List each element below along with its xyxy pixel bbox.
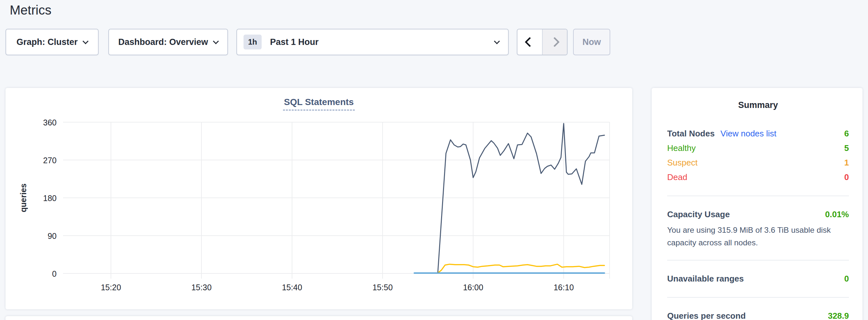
chevron-down-icon — [494, 38, 500, 44]
svg-text:15:30: 15:30 — [191, 283, 212, 292]
svg-text:270: 270 — [43, 156, 57, 165]
svg-text:90: 90 — [48, 231, 57, 241]
time-range-badge: 1h — [244, 35, 261, 50]
next-time-button[interactable] — [542, 29, 567, 55]
healthy-label: Healthy — [667, 141, 695, 156]
chevron-right-icon — [550, 37, 560, 47]
now-button[interactable]: Now — [573, 29, 610, 55]
total-nodes-value: 6 — [844, 126, 849, 141]
time-range-dropdown[interactable]: 1h Past 1 Hour — [237, 29, 509, 55]
total-nodes-label: Total Nodes — [667, 129, 715, 138]
unavailable-ranges-label: Unavailable ranges — [667, 271, 744, 286]
sql-statements-chart[interactable]: 09018027036015:2015:3015:4015:5016:0016:… — [5, 88, 632, 309]
qps-label: Queries per second — [667, 309, 746, 320]
svg-text:16:00: 16:00 — [463, 283, 484, 292]
healthy-value: 5 — [844, 141, 849, 156]
total-nodes-row: Total NodesView nodes list 6 — [667, 126, 849, 141]
dashboard-dropdown[interactable]: Dashboard: Overview — [108, 29, 228, 55]
prev-time-button[interactable] — [518, 29, 542, 55]
suspect-nodes-row: Suspect 1 — [667, 156, 849, 170]
next-chart-card — [5, 316, 632, 320]
sql-statements-card: SQL Statements 09018027036015:2015:3015:… — [5, 88, 632, 309]
graph-scope-dropdown[interactable]: Graph: Cluster — [5, 29, 99, 55]
qps-section: Queries per second 328.9 Sum of Selects,… — [667, 309, 849, 320]
healthy-nodes-row: Healthy 5 — [667, 141, 849, 156]
svg-text:15:20: 15:20 — [101, 283, 121, 292]
capacity-section: Capacity Usage 0.01% You are using 315.9… — [667, 207, 849, 249]
capacity-value: 0.01% — [825, 207, 849, 222]
chevron-down-icon — [83, 38, 88, 44]
time-pager — [517, 29, 567, 55]
divider — [667, 260, 849, 260]
dashboard-label: Dashboard: Overview — [118, 37, 208, 47]
metrics-toolbar: Graph: Cluster Dashboard: Overview 1h Pa… — [0, 29, 868, 55]
time-range-label: Past 1 Hour — [270, 37, 318, 47]
qps-value: 328.9 — [828, 309, 849, 320]
suspect-value: 1 — [844, 156, 849, 170]
node-status-section: Total NodesView nodes list 6 Healthy 5 S… — [667, 126, 849, 185]
capacity-description: You are using 315.9 MiB of 3.6 TiB usabl… — [667, 224, 849, 249]
dead-value: 0 — [844, 170, 849, 185]
view-nodes-list-link[interactable]: View nodes list — [720, 129, 776, 138]
page-title: Metrics — [10, 1, 52, 20]
svg-text:16:10: 16:10 — [554, 283, 574, 292]
divider — [667, 297, 849, 298]
now-button-label: Now — [583, 37, 601, 47]
capacity-label: Capacity Usage — [667, 207, 730, 222]
graph-scope-label: Graph: Cluster — [17, 37, 78, 47]
svg-text:15:50: 15:50 — [373, 283, 393, 292]
dead-nodes-row: Dead 0 — [667, 170, 849, 185]
dead-label: Dead — [667, 170, 687, 185]
divider — [667, 196, 849, 196]
unavailable-ranges-row: Unavailable ranges 0 — [667, 271, 849, 286]
summary-title: Summary — [667, 100, 849, 110]
svg-text:360: 360 — [43, 118, 57, 127]
svg-text:0: 0 — [52, 269, 57, 278]
unavailable-ranges-value: 0 — [844, 271, 849, 286]
chevron-down-icon — [213, 38, 219, 44]
svg-text:15:40: 15:40 — [282, 283, 302, 292]
chevron-left-icon — [525, 37, 534, 47]
summary-panel: Summary Total NodesView nodes list 6 Hea… — [652, 88, 863, 320]
svg-text:queries: queries — [19, 184, 28, 212]
svg-text:180: 180 — [43, 194, 57, 203]
suspect-label: Suspect — [667, 156, 698, 170]
